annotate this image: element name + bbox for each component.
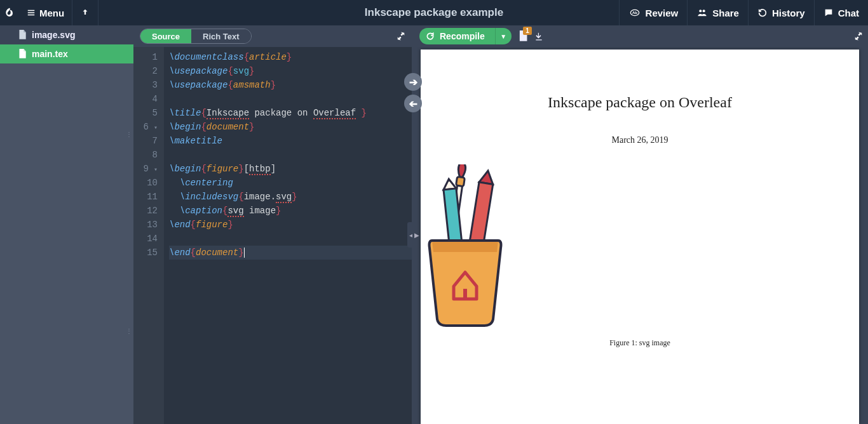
recompile-dropdown[interactable]: ▼ bbox=[495, 28, 512, 44]
editor-toolbar: Source Rich Text bbox=[133, 25, 412, 47]
overleaf-logo[interactable] bbox=[0, 0, 19, 25]
collapse-right-button[interactable]: ▶ bbox=[412, 222, 421, 248]
recompile-button[interactable]: Recompile bbox=[419, 28, 495, 44]
svg-text:Ab: Ab bbox=[632, 11, 637, 15]
pdf-panel: Recompile ▼ 1 Inkscape package on Overle… bbox=[417, 25, 868, 424]
menu-label: Menu bbox=[39, 8, 64, 18]
log-badge: 1 bbox=[523, 27, 532, 35]
code-editor[interactable]: 123456 ▾789 ▾101112131415 \documentclass… bbox=[133, 47, 412, 424]
pdf-figure-caption: Figure 1: svg image bbox=[421, 338, 859, 348]
pdf-document-title: Inkscape package on Overleaf bbox=[421, 94, 859, 111]
editor-panel: Source Rich Text 123456 ▾789 ▾1011121314… bbox=[133, 25, 412, 424]
logs-button[interactable]: 1 bbox=[518, 30, 528, 42]
file-panel: image.svg main.tex ⋮⋮ ⋮⋮ bbox=[0, 25, 133, 424]
view-mode-toggle: Source Rich Text bbox=[140, 29, 252, 44]
editor-expand-button[interactable] bbox=[397, 32, 405, 41]
pdf-toolbar: Recompile ▼ 1 bbox=[417, 25, 868, 47]
share-button[interactable]: Share bbox=[687, 0, 748, 25]
history-icon bbox=[757, 8, 768, 18]
pdf-viewport[interactable]: Inkscape package on Overleaf March 26, 2… bbox=[417, 47, 868, 424]
menu-button[interactable]: Menu bbox=[19, 0, 72, 25]
project-title[interactable]: Inkscape package example bbox=[365, 6, 503, 19]
refresh-icon bbox=[426, 32, 435, 41]
svg-point-3 bbox=[703, 10, 705, 12]
line-gutter: 123456 ▾789 ▾101112131415 bbox=[133, 47, 164, 424]
upload-button[interactable] bbox=[72, 0, 98, 25]
file-name: image.svg bbox=[32, 30, 75, 40]
pdf-page: Inkscape package on Overleaf March 26, 2… bbox=[421, 50, 859, 424]
chat-button[interactable]: Chat bbox=[814, 0, 868, 25]
expand-icon bbox=[397, 32, 405, 41]
hamburger-icon bbox=[27, 8, 36, 17]
top-bar: Menu Inkscape package example Ab Review … bbox=[0, 0, 868, 25]
upload-icon bbox=[81, 8, 90, 17]
file-icon bbox=[18, 30, 27, 40]
review-button[interactable]: Ab Review bbox=[619, 0, 688, 25]
file-item-image[interactable]: image.svg bbox=[0, 25, 133, 44]
pdf-figure bbox=[421, 164, 859, 329]
leaf-icon bbox=[4, 7, 15, 18]
pdf-document-date: March 26, 2019 bbox=[421, 135, 859, 145]
chat-icon bbox=[824, 8, 834, 18]
people-icon bbox=[696, 8, 708, 18]
download-icon bbox=[534, 31, 543, 41]
pencil-cup-illustration bbox=[421, 164, 510, 329]
main-area: image.svg main.tex ⋮⋮ ⋮⋮ Source Rich Tex… bbox=[0, 25, 868, 424]
code-area[interactable]: \documentclass{article}\usepackage{svg}\… bbox=[164, 47, 412, 424]
pdf-expand-button[interactable] bbox=[854, 32, 863, 41]
history-button[interactable]: History bbox=[748, 0, 814, 25]
svg-point-2 bbox=[700, 10, 702, 12]
file-icon bbox=[18, 49, 27, 59]
rich-text-tab[interactable]: Rich Text bbox=[191, 29, 251, 43]
go-to-pdf-button[interactable]: ➔ bbox=[404, 73, 422, 91]
review-icon: Ab bbox=[628, 8, 641, 18]
source-tab[interactable]: Source bbox=[140, 29, 191, 43]
file-name: main.tex bbox=[32, 49, 68, 59]
svg-rect-11 bbox=[463, 289, 467, 299]
svg-rect-10 bbox=[469, 182, 492, 247]
go-to-code-button[interactable]: ➔ bbox=[404, 95, 422, 112]
file-item-main[interactable]: main.tex bbox=[0, 44, 133, 63]
download-button[interactable] bbox=[534, 31, 543, 41]
expand-icon bbox=[854, 32, 863, 41]
